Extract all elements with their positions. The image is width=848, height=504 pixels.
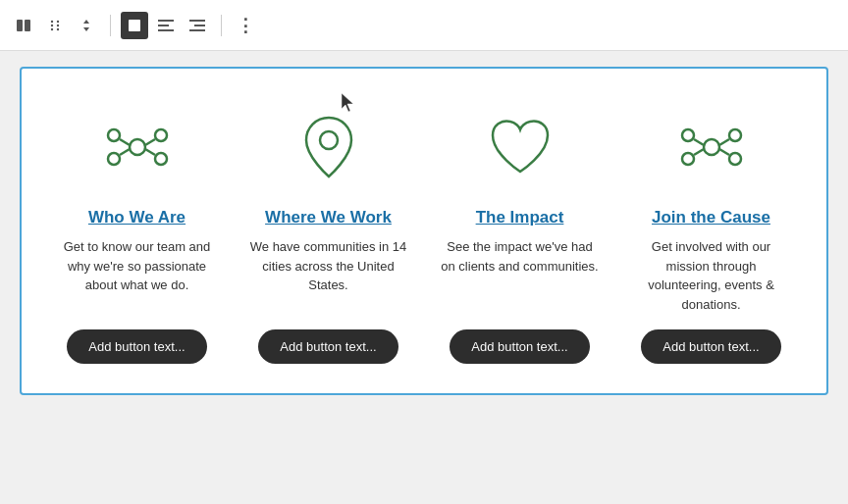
svg-point-28 (682, 153, 694, 165)
svg-point-3 (51, 24, 53, 25)
more-options-button[interactable]: ⋮ (232, 12, 259, 39)
svg-line-32 (694, 149, 704, 155)
svg-rect-1 (25, 20, 30, 31)
svg-line-23 (145, 149, 155, 155)
svg-point-18 (108, 153, 120, 165)
who-we-are-title[interactable]: Who We Are (88, 208, 186, 227)
svg-point-27 (729, 129, 741, 141)
card-join-the-cause: Join the Cause Get involved with our mis… (615, 88, 807, 374)
svg-point-19 (155, 153, 167, 165)
svg-rect-0 (17, 20, 23, 31)
columns-icon-button[interactable] (10, 12, 37, 39)
join-the-cause-icon (662, 98, 761, 196)
svg-rect-10 (158, 25, 169, 26)
svg-point-25 (704, 139, 719, 155)
svg-point-26 (682, 129, 694, 141)
svg-rect-8 (129, 20, 140, 31)
card-where-we-work: Where We Work We have communities in 14 … (233, 88, 424, 374)
svg-line-22 (120, 149, 130, 155)
svg-rect-11 (158, 29, 174, 31)
where-we-work-button[interactable]: Add button text... (258, 329, 398, 364)
join-the-cause-button[interactable]: Add button text... (641, 329, 780, 364)
move-up-down-button[interactable] (73, 12, 100, 39)
svg-point-15 (130, 139, 145, 155)
svg-line-21 (145, 139, 155, 145)
align-right-button[interactable] (184, 12, 211, 39)
the-impact-title[interactable]: The Impact (476, 208, 564, 227)
svg-rect-13 (194, 25, 205, 26)
the-impact-description: See the impact we've had on clients and … (440, 237, 600, 314)
block-view-button[interactable] (121, 12, 148, 39)
toolbar-group-left (10, 12, 100, 39)
svg-point-2 (51, 20, 53, 22)
toolbar: ⋮ (0, 0, 848, 51)
svg-point-4 (51, 27, 53, 29)
svg-line-31 (719, 139, 729, 145)
join-the-cause-description: Get involved with our mission through vo… (631, 237, 791, 314)
the-impact-button[interactable]: Add button text... (450, 329, 589, 364)
toolbar-divider-1 (110, 15, 111, 36)
align-left-button[interactable] (152, 12, 180, 39)
drag-handle-button[interactable] (41, 12, 69, 39)
svg-rect-9 (158, 20, 174, 22)
who-we-are-icon (88, 98, 186, 196)
card-container: Who We Are Get to know our team and why … (20, 67, 828, 395)
where-we-work-description: We have communities in 14 cities across … (248, 237, 408, 314)
svg-line-20 (120, 139, 130, 145)
the-impact-icon (471, 98, 569, 196)
svg-point-16 (108, 129, 120, 141)
card-who-we-are: Who We Are Get to know our team and why … (41, 88, 233, 374)
card-the-impact: The Impact See the impact we've had on c… (424, 88, 615, 374)
svg-point-29 (729, 153, 741, 165)
svg-point-7 (57, 27, 59, 29)
svg-point-6 (57, 24, 59, 25)
who-we-are-description: Get to know our team and why we're so pa… (57, 237, 217, 314)
where-we-work-title[interactable]: Where We Work (265, 208, 392, 227)
svg-point-24 (320, 131, 338, 149)
svg-point-5 (57, 20, 59, 22)
svg-line-33 (719, 149, 729, 155)
content-area: Who We Are Get to know our team and why … (0, 51, 848, 411)
svg-point-17 (155, 129, 167, 141)
toolbar-group-center (121, 12, 211, 39)
join-the-cause-title[interactable]: Join the Cause (652, 208, 770, 227)
svg-line-30 (694, 139, 704, 145)
svg-rect-14 (189, 29, 205, 31)
where-we-work-icon (280, 98, 378, 196)
svg-rect-12 (189, 20, 205, 22)
who-we-are-button[interactable]: Add button text... (67, 329, 206, 364)
toolbar-divider-2 (221, 15, 222, 36)
